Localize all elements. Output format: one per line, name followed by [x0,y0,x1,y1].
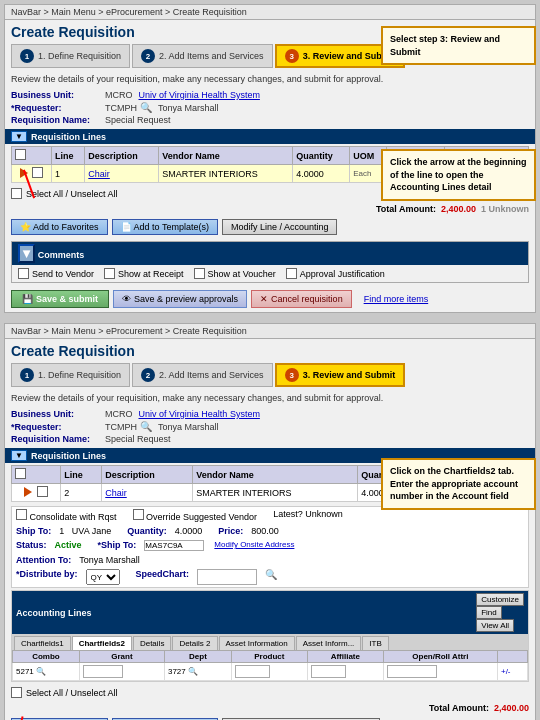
select-all-label-2: Select All / Unselect All [26,688,118,698]
total-row-2: Total Amount: 2,400.00 [5,701,535,715]
select-all-cb-2[interactable] [11,687,22,698]
modify-line-btn-1[interactable]: Modify Line / Accounting [222,219,338,235]
fields-section-1: Business Unit: MCRO Univ of Virginia Hea… [5,88,535,129]
acct-td-action[interactable]: +/- [497,663,527,681]
tab-chartfields2[interactable]: Chartfields2 [72,636,132,650]
show-voucher-checkbox-1[interactable] [194,268,205,279]
tab-chartfields1[interactable]: Chartfields1 [14,636,71,650]
shipto-code-label: *Ship To: [98,540,137,551]
td-desc: Chair [85,165,159,183]
total-value-1: 2,400.00 [441,204,476,214]
select-all-cb-1[interactable] [11,188,22,199]
row-checkbox-2[interactable] [37,486,48,497]
affiliate-input[interactable] [311,665,346,678]
row-checkbox-1[interactable] [32,167,43,178]
tab-asset-info[interactable]: Asset Information [219,636,295,650]
find-more-link-1[interactable]: Find more items [364,294,429,304]
save-preview-btn-1[interactable]: 👁 Save & preview approvals [113,290,247,308]
bu-value-2: MCRO [105,409,133,419]
customize-btn-2[interactable]: Customize [476,593,524,606]
rn-value: Special Request [105,115,171,125]
td-cb[interactable] [12,165,52,183]
th-cb-2 [12,466,61,484]
bu-link-2[interactable]: Univ of Virginia Health System [139,409,260,419]
distribute-label: *Distribute by: [16,569,78,585]
grant-input[interactable] [83,665,123,678]
arrow-icon-2[interactable] [24,487,32,497]
consolidate-cb[interactable]: Consolidate with Rqst [16,509,117,522]
acct-td-product [231,663,307,681]
speedchart-search-icon[interactable]: 🔍 [265,569,277,585]
add-template-btn-1[interactable]: 📄 Add to Template(s) [112,219,218,235]
acct-row-1: 5271 🔍 3727 🔍 +/- [13,663,528,681]
step-tab-2c[interactable]: 3 3. Review and Submit [275,363,406,387]
review-text-1: Review the details of your requisition, … [5,72,535,88]
acct-search-icon-2[interactable]: 🔍 [188,667,198,676]
save-submit-btn-1[interactable]: 💾 Save & submit [11,290,109,308]
approval-just-cb-1[interactable]: Approval Justification [286,268,385,279]
action-buttons-row-2: ⭐ Add to Favorites 📄 Add to Template(s) … [5,715,535,720]
acct-th-affiliate: Affiliate [307,651,383,663]
comments-toggle-1[interactable]: ▼ [18,244,35,263]
product-input[interactable] [235,665,270,678]
bu-link[interactable]: Univ of Virginia Health System [139,90,260,100]
comments-body-1: Send to Vendor Show at Receipt Show at V… [12,265,528,282]
shipto-addr-link[interactable]: Modify Onsite Address [214,540,294,551]
total-label-2: Total Amount: [429,703,494,713]
shipping-row-4: Attention To: Tonya Marshall [12,553,528,567]
send-vendor-checkbox-1[interactable] [18,268,29,279]
send-vendor-cb-1[interactable]: Send to Vendor [18,268,94,279]
search-icon-2[interactable]: 🔍 [140,421,152,432]
bu-label: Business Unit: [11,90,101,100]
td-line-2: 2 [61,484,102,502]
openroll-input[interactable] [387,665,437,678]
accounting-title-2: Accounting Lines [16,608,92,618]
th-line-2: Line [61,466,102,484]
step-num-2c: 3 [285,368,299,382]
th-desc: Description [85,147,159,165]
step-num-2b: 2 [141,368,155,382]
speedchart-label: SpeedChart: [136,569,190,585]
tab-details[interactable]: Details [133,636,171,650]
req-lines-toggle-1[interactable]: ▼ [11,131,27,142]
show-receipt-checkbox-1[interactable] [104,268,115,279]
override-cb[interactable]: Override Suggested Vendor [125,509,258,522]
acct-td-openroll [383,663,497,681]
th-cb [12,147,52,165]
attention-label: Attention To: [16,555,71,565]
show-voucher-cb-1[interactable]: Show at Voucher [194,268,276,279]
save-icon-1: 💾 [22,294,33,304]
add-favorites-btn-1[interactable]: ⭐ Add to Favorites [11,219,108,235]
callout-top-1: Select step 3: Review and Submit [381,26,536,65]
find-btn-2[interactable]: Find [476,606,502,619]
bu-value: MCRO [105,90,133,100]
th-qty: Quantity [293,147,350,165]
acct-table-2: Combo Grant Dept Product Affiliate Open/… [12,650,528,681]
search-icon-1[interactable]: 🔍 [140,102,152,113]
step-tab-2a[interactable]: 1 1. Define Requisition [11,363,130,387]
speedchart-input[interactable] [197,569,257,585]
req-lines-header-1: ▼ Requisition Lines [5,129,535,144]
step-label-2c: 3. Review and Submit [303,370,396,380]
step-tab-2[interactable]: 2 2. Add Items and Services [132,44,273,68]
tab-itb[interactable]: ITB [362,636,388,650]
step-num-2: 2 [141,49,155,63]
template-icon-1: 📄 [121,222,132,232]
shipto-input[interactable] [144,540,204,551]
view-all-btn-2[interactable]: View All [476,619,514,632]
req-label: *Requester: [11,103,101,113]
acct-search-icon-1[interactable]: 🔍 [36,667,46,676]
show-receipt-cb-1[interactable]: Show at Receipt [104,268,184,279]
step-tab-2b[interactable]: 2 2. Add Items and Services [132,363,273,387]
status-value-s: Active [55,540,82,551]
cancel-btn-1[interactable]: ✕ Cancel requisition [251,290,352,308]
approval-just-checkbox-1[interactable] [286,268,297,279]
tab-details2[interactable]: Details 2 [172,636,217,650]
req-lines-toggle-2[interactable]: ▼ [11,450,27,461]
acct-td-combo: 5271 🔍 [13,663,80,681]
tab-asset-info2[interactable]: Asset Inform... [296,636,362,650]
rn-label-2: Requisition Name: [11,434,101,444]
td-cb-2[interactable] [12,484,61,502]
distribute-select[interactable]: QY [86,569,120,585]
step-tab-1[interactable]: 1 1. Define Requisition [11,44,130,68]
